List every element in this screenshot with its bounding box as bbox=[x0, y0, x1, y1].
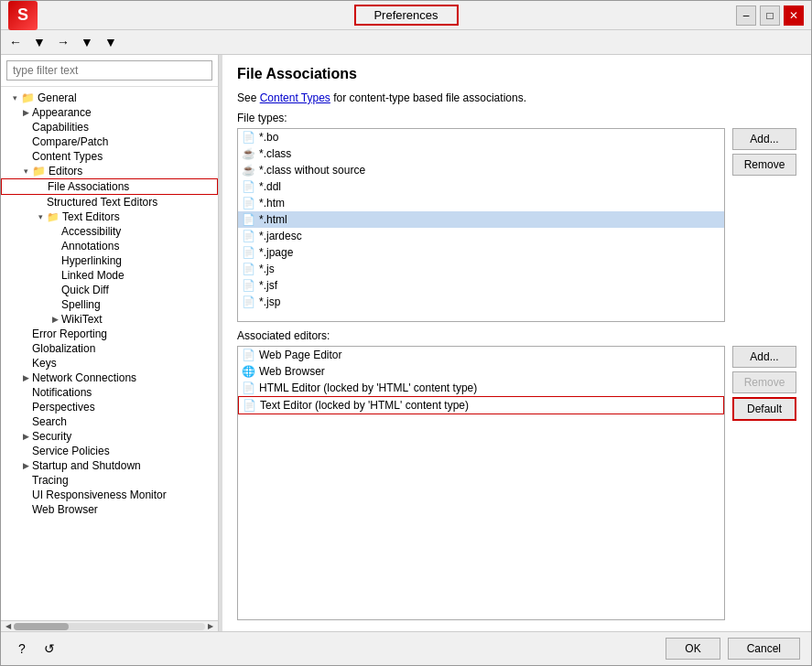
arrow-icon bbox=[19, 150, 32, 163]
sidebar-item-quick-diff[interactable]: Quick Diff bbox=[1, 283, 218, 297]
sidebar-item-keys[interactable]: Keys bbox=[1, 356, 218, 371]
list-item[interactable]: 📄 *.htm bbox=[238, 195, 724, 211]
list-item[interactable]: 📄 *.jpage bbox=[238, 244, 724, 261]
list-item-html-selected[interactable]: 📄 *.html bbox=[238, 211, 724, 228]
assoc-remove-button[interactable]: Remove bbox=[732, 371, 796, 393]
file-types-label: File types: bbox=[237, 112, 796, 124]
sidebar-item-label: Compare/Patch bbox=[32, 135, 108, 148]
sidebar-item-annotations[interactable]: Annotations bbox=[1, 239, 218, 253]
file-icon: 📄 bbox=[242, 279, 255, 292]
sidebar-item-service-policies[interactable]: Service Policies bbox=[1, 444, 218, 458]
scroll-right-arrow[interactable]: ▶ bbox=[205, 621, 216, 632]
sidebar-item-tracing[interactable]: Tracing bbox=[1, 473, 218, 488]
assoc-list-item[interactable]: 📄 Web Page Editor bbox=[238, 347, 724, 363]
description-suffix: for content-type based file associations… bbox=[330, 91, 526, 104]
sidebar-item-label: Service Policies bbox=[32, 445, 110, 457]
sidebar-item-search[interactable]: Search bbox=[1, 414, 218, 429]
assoc-list-item[interactable]: 📄 HTML Editor (locked by 'HTML' content … bbox=[238, 380, 724, 396]
more-button[interactable]: ▼ bbox=[100, 32, 122, 52]
arrow-icon bbox=[19, 474, 32, 487]
assoc-section: Associated editors: 📄 Web Page Editor 🌐 … bbox=[237, 329, 796, 620]
arrow-icon: ▶ bbox=[19, 459, 32, 472]
file-types-remove-button[interactable]: Remove bbox=[732, 154, 796, 176]
arrow-icon bbox=[49, 298, 61, 311]
sidebar-item-globalization[interactable]: Globalization bbox=[1, 341, 218, 356]
sidebar-item-editors[interactable]: ▾ 📁 Editors bbox=[1, 164, 218, 178]
list-item[interactable]: 📄 *.jsp bbox=[238, 294, 724, 310]
sidebar-item-accessibility[interactable]: Accessibility bbox=[1, 224, 218, 239]
forward-button[interactable]: → bbox=[52, 32, 74, 52]
scrollbar-thumb[interactable] bbox=[14, 623, 69, 630]
sidebar-item-label: Appearance bbox=[32, 106, 92, 119]
sidebar-item-text-editors[interactable]: ▾ 📁 Text Editors bbox=[1, 209, 218, 224]
sidebar-item-label: Structured Text Editors bbox=[47, 196, 157, 209]
sidebar-item-startup-shutdown[interactable]: ▶ Startup and Shutdown bbox=[1, 458, 218, 473]
back-dropdown-button[interactable]: ▼ bbox=[28, 32, 50, 52]
sidebar-item-label: Hyperlinking bbox=[61, 254, 122, 267]
sidebar-item-web-browser[interactable]: Web Browser bbox=[1, 502, 218, 517]
maximize-button[interactable]: □ bbox=[760, 5, 780, 26]
sidebar-item-content-types[interactable]: Content Types bbox=[1, 149, 218, 164]
ok-button[interactable]: OK bbox=[666, 638, 720, 660]
sidebar-item-label: Spelling bbox=[61, 298, 101, 311]
restore-defaults-button[interactable]: ↺ bbox=[39, 639, 60, 659]
sidebar-item-file-associations[interactable]: File Associations bbox=[1, 178, 218, 195]
list-item[interactable]: ☕ *.class without source bbox=[238, 162, 724, 178]
main-content: ▾ 📁 General ▶ Appearance Capabilities Co… bbox=[1, 55, 811, 631]
list-item[interactable]: 📄 *.bo bbox=[238, 129, 724, 145]
content-area: File Associations See Content Types for … bbox=[222, 55, 811, 631]
arrow-icon: ▾ bbox=[19, 165, 32, 177]
arrow-icon bbox=[19, 342, 32, 355]
sidebar-item-error-reporting[interactable]: Error Reporting bbox=[1, 327, 218, 341]
list-item[interactable]: ☕ *.class bbox=[238, 145, 724, 162]
list-item[interactable]: 📄 *.jsf bbox=[238, 277, 724, 294]
cancel-button[interactable]: Cancel bbox=[728, 638, 800, 660]
file-icon: 📄 bbox=[242, 180, 255, 193]
list-item[interactable]: 📄 *.ddl bbox=[238, 178, 724, 195]
toolbar: ← ▼ → ▼ ▼ bbox=[1, 30, 811, 55]
help-button[interactable]: ? bbox=[12, 639, 32, 659]
sidebar-item-label: Web Browser bbox=[32, 503, 98, 516]
file-types-add-button[interactable]: Add... bbox=[732, 128, 796, 150]
sidebar-item-label: Notifications bbox=[32, 386, 92, 399]
back-button[interactable]: ← bbox=[5, 32, 27, 52]
content-types-link[interactable]: Content Types bbox=[260, 91, 330, 104]
bottom-left-icons: ? ↺ bbox=[12, 639, 60, 659]
sidebar-item-wikitext[interactable]: ▶ WikiText bbox=[1, 312, 218, 327]
sidebar-item-notifications[interactable]: Notifications bbox=[1, 385, 218, 400]
file-icon: 📄 bbox=[242, 246, 255, 259]
sidebar-item-linked-mode[interactable]: Linked Mode bbox=[1, 268, 218, 283]
assoc-list-item-text-editor[interactable]: 📄 Text Editor (locked by 'HTML' content … bbox=[238, 396, 724, 414]
sidebar-item-appearance[interactable]: ▶ Appearance bbox=[1, 105, 218, 120]
sidebar-item-compare-patch[interactable]: Compare/Patch bbox=[1, 134, 218, 149]
forward-dropdown-button[interactable]: ▼ bbox=[76, 32, 98, 52]
list-item[interactable]: 📄 *.js bbox=[238, 261, 724, 277]
minimize-button[interactable]: – bbox=[736, 5, 756, 26]
sidebar-item-perspectives[interactable]: Perspectives bbox=[1, 400, 218, 414]
filter-input[interactable] bbox=[6, 60, 212, 81]
assoc-default-button[interactable]: Default bbox=[732, 397, 796, 421]
sidebar-item-security[interactable]: ▶ Security bbox=[1, 429, 218, 444]
arrow-icon bbox=[19, 328, 32, 340]
sidebar-item-general[interactable]: ▾ 📁 General bbox=[1, 91, 218, 105]
sidebar-item-ui-responsiveness[interactable]: UI Responsiveness Monitor bbox=[1, 488, 218, 502]
list-item[interactable]: 📄 *.jardesc bbox=[238, 228, 724, 244]
assoc-add-button[interactable]: Add... bbox=[732, 346, 796, 368]
sidebar-item-capabilities[interactable]: Capabilities bbox=[1, 120, 218, 134]
file-icon: 📄 bbox=[242, 213, 255, 226]
assoc-list-item[interactable]: 🌐 Web Browser bbox=[238, 363, 724, 380]
sidebar-item-hyperlinking[interactable]: Hyperlinking bbox=[1, 253, 218, 268]
arrow-icon bbox=[19, 386, 32, 399]
close-button[interactable]: ✕ bbox=[784, 5, 804, 26]
scroll-left-arrow[interactable]: ◀ bbox=[3, 621, 14, 632]
file-icon: 📄 bbox=[242, 263, 255, 275]
arrow-icon bbox=[49, 269, 61, 282]
file-name: *.jsp bbox=[259, 295, 280, 308]
sidebar-item-spelling[interactable]: Spelling bbox=[1, 297, 218, 312]
sidebar-item-network-connections[interactable]: ▶ Network Connections bbox=[1, 371, 218, 385]
arrow-icon bbox=[19, 121, 32, 134]
arrow-icon bbox=[19, 445, 32, 457]
scrollbar-track[interactable] bbox=[14, 623, 205, 630]
description-text: See Content Types for content-type based… bbox=[237, 91, 796, 104]
sidebar-item-structured-text-editors[interactable]: Structured Text Editors bbox=[1, 195, 218, 209]
